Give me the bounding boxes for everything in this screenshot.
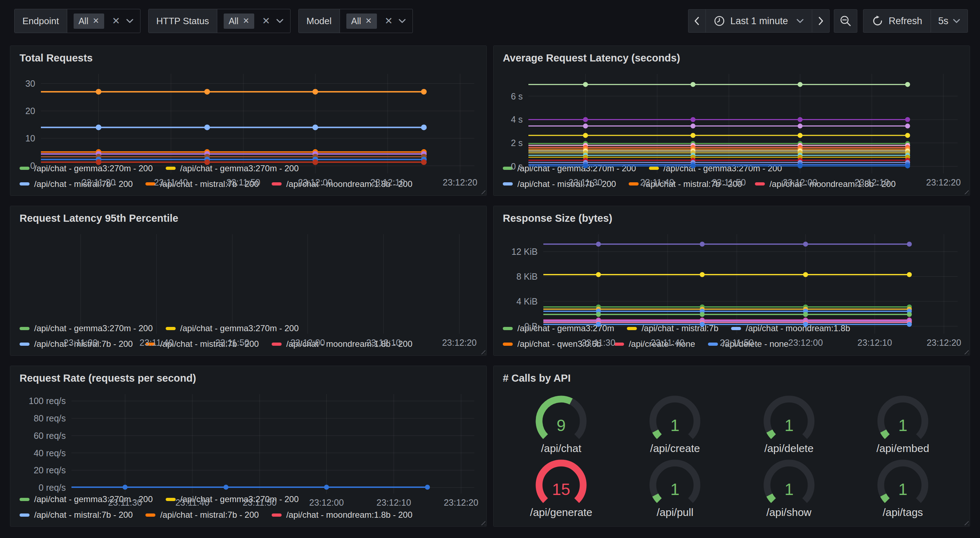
svg-text:23:12:00: 23:12:00	[291, 338, 325, 348]
legend-item[interactable]: /api/chat - mistral:7b - 200	[145, 510, 259, 520]
gauge-api-tags: 1/api/tags	[846, 454, 960, 519]
svg-text:23:12:20: 23:12:20	[442, 338, 476, 348]
panel-calls-by-api: # Calls by API 9/api/chat1/api/create1/a…	[493, 366, 970, 527]
gauge-label: /api/chat	[541, 443, 581, 454]
clear-icon[interactable]: ✕	[112, 16, 120, 26]
legend-label: /api/chat - mistral:7b - 200	[160, 510, 259, 520]
filter-value-area[interactable]: All✕✕	[67, 9, 140, 33]
clear-icon[interactable]: ✕	[385, 16, 393, 26]
filter-label: Model	[299, 9, 340, 33]
filter-group-model[interactable]: ModelAll✕✕	[298, 9, 413, 33]
time-range-picker[interactable]: Last 1 minute	[705, 9, 812, 33]
svg-text:23:12:20: 23:12:20	[926, 177, 961, 187]
gauge-arc: 1	[868, 454, 938, 508]
filter-chip[interactable]: All✕	[73, 14, 104, 29]
gauge-value: 1	[671, 480, 680, 498]
panel-request-latency-p95: Request Latency 95th Percentile 23:11:30…	[10, 206, 487, 356]
time-shift-forward-button[interactable]	[812, 9, 830, 33]
svg-text:0 B: 0 B	[524, 321, 538, 331]
svg-text:23:12:10: 23:12:10	[371, 177, 405, 187]
filter-bar: EndpointAll✕✕HTTP StatusAll✕✕ModelAll✕✕	[14, 9, 413, 33]
svg-text:0 req/s: 0 req/s	[39, 482, 66, 492]
gauge-api-embed: 1/api/embed	[846, 390, 960, 454]
legend-label: /api/chat - moondream:1.8b - 200	[286, 510, 412, 520]
svg-text:23:12:20: 23:12:20	[443, 177, 477, 187]
time-range-label: Last 1 minute	[730, 16, 788, 27]
legend-item[interactable]: /api/chat - mistral:7b - 200	[19, 510, 133, 520]
svg-text:20: 20	[25, 106, 35, 116]
svg-text:23:11:50: 23:11:50	[226, 177, 260, 187]
gauge-value: 9	[557, 416, 566, 435]
filter-chip[interactable]: All✕	[346, 14, 377, 29]
gauge-api-pull: 1/api/pull	[618, 454, 732, 519]
svg-text:23:11:40: 23:11:40	[139, 338, 173, 348]
svg-text:23:12:20: 23:12:20	[444, 497, 478, 508]
gauge-label: /api/tags	[883, 506, 923, 519]
refresh-button[interactable]: Refresh	[863, 9, 931, 33]
svg-text:23:11:50: 23:11:50	[720, 338, 754, 348]
chevron-down-icon[interactable]	[126, 19, 134, 24]
filter-chip[interactable]: All✕	[224, 14, 254, 29]
gauge-arc: 1	[754, 390, 824, 444]
chart-canvas: 23:11:3023:11:4023:11:5023:12:0023:12:10…	[18, 389, 480, 509]
gauge-value: 1	[898, 480, 907, 498]
panel-title[interactable]: Average Request Latency (seconds)	[501, 50, 963, 68]
svg-text:20 req/s: 20 req/s	[34, 465, 66, 475]
remove-value-icon[interactable]: ✕	[92, 17, 99, 25]
gauge-arc: 1	[754, 454, 824, 508]
remove-value-icon[interactable]: ✕	[365, 17, 372, 25]
filter-group-http-status[interactable]: HTTP StatusAll✕✕	[148, 9, 291, 33]
time-shift-back-button[interactable]	[688, 9, 706, 33]
remove-value-icon[interactable]: ✕	[243, 17, 249, 25]
panel-title[interactable]: Request Latency 95th Percentile	[18, 210, 480, 229]
svg-text:23:12:00: 23:12:00	[298, 177, 332, 187]
svg-text:12 KiB: 12 KiB	[511, 247, 538, 257]
svg-text:23:11:30: 23:11:30	[569, 177, 602, 187]
svg-text:23:11:40: 23:11:40	[640, 177, 674, 187]
filter-label: HTTP Status	[149, 9, 217, 33]
svg-text:8 KiB: 8 KiB	[516, 271, 538, 281]
chart-plot-area[interactable]: 23:11:3023:11:4023:11:5023:12:0023:12:10…	[501, 229, 963, 320]
panel-title[interactable]: Response Size (bytes)	[501, 210, 963, 229]
panel-request-rate: Request Rate (requests per second) 23:11…	[10, 366, 487, 527]
svg-text:23:11:50: 23:11:50	[242, 497, 276, 508]
svg-text:23:12:00: 23:12:00	[309, 497, 344, 508]
svg-text:6 s: 6 s	[511, 91, 523, 101]
svg-text:23:11:30: 23:11:30	[81, 177, 115, 187]
filter-value-area[interactable]: All✕✕	[217, 9, 290, 33]
legend-swatch-icon	[145, 514, 155, 517]
chart-plot-area[interactable]: 23:11:3023:11:4023:11:5023:12:0023:12:10…	[501, 68, 963, 160]
panel-title[interactable]: Request Rate (requests per second)	[18, 370, 480, 389]
chevron-down-icon[interactable]	[276, 19, 284, 24]
chart-plot-area[interactable]: 23:11:3023:11:4023:11:5023:12:0023:12:10…	[18, 389, 480, 491]
panel-title[interactable]: Total Requests	[18, 50, 480, 68]
filter-value-area[interactable]: All✕✕	[340, 9, 413, 33]
chart-plot-area[interactable]: 23:11:3023:11:4023:11:5023:12:0023:12:10…	[18, 68, 480, 160]
legend-swatch-icon	[272, 514, 282, 517]
legend-item[interactable]: /api/chat - moondream:1.8b - 200	[272, 510, 412, 520]
gauge-label: /api/show	[766, 506, 811, 519]
gauge-arc: 15	[526, 454, 596, 508]
chart-plot-area[interactable]: 23:11:3023:11:4023:11:5023:12:0023:12:10…	[18, 229, 480, 320]
gauge-label: /api/embed	[877, 443, 929, 454]
svg-text:23:11:30: 23:11:30	[64, 338, 97, 348]
chevron-down-icon[interactable]	[398, 19, 406, 24]
svg-text:23:11:50: 23:11:50	[712, 177, 746, 187]
svg-text:23:12:10: 23:12:10	[377, 497, 411, 508]
svg-text:10: 10	[25, 133, 35, 143]
gauge-value: 15	[552, 480, 570, 498]
gauge-value: 1	[784, 416, 794, 435]
svg-text:23:12:00: 23:12:00	[788, 338, 823, 348]
chart-canvas: 23:11:3023:11:4023:11:5023:12:0023:12:10…	[18, 68, 480, 189]
filter-group-endpoint[interactable]: EndpointAll✕✕	[14, 9, 140, 33]
zoom-out-button[interactable]	[834, 9, 858, 33]
svg-text:0 s: 0 s	[511, 161, 523, 171]
refresh-interval-picker[interactable]: 5s	[931, 9, 968, 33]
panel-response-size: Response Size (bytes) 23:11:3023:11:4023…	[493, 206, 970, 356]
svg-text:2 s: 2 s	[511, 138, 523, 148]
panel-title[interactable]: # Calls by API	[501, 370, 963, 389]
clear-icon[interactable]: ✕	[262, 16, 270, 26]
svg-text:23:11:50: 23:11:50	[215, 338, 249, 348]
svg-text:23:12:20: 23:12:20	[927, 338, 961, 348]
gauge-grid: 9/api/chat1/api/create1/api/delete1/api/…	[501, 389, 963, 522]
